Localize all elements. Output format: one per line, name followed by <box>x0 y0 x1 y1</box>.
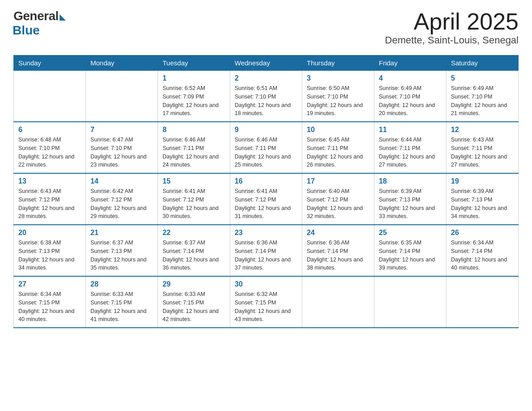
day-number: 13 <box>18 177 81 185</box>
day-number: 30 <box>235 280 297 288</box>
day-info: Sunrise: 6:44 AMSunset: 7:11 PMDaylight:… <box>379 136 442 169</box>
calendar-day-header: Thursday <box>302 56 374 71</box>
calendar-cell: 3Sunrise: 6:50 AMSunset: 7:10 PMDaylight… <box>302 71 374 122</box>
day-info: Sunrise: 6:34 AMSunset: 7:15 PMDaylight:… <box>18 290 81 324</box>
calendar-day-header: Sunday <box>14 56 86 71</box>
calendar-cell <box>374 276 446 328</box>
day-number: 26 <box>451 229 514 237</box>
day-number: 17 <box>307 177 369 185</box>
calendar-cell: 28Sunrise: 6:33 AMSunset: 7:15 PMDayligh… <box>86 276 158 328</box>
day-info: Sunrise: 6:42 AMSunset: 7:12 PMDaylight:… <box>90 187 153 221</box>
day-info: Sunrise: 6:33 AMSunset: 7:15 PMDaylight:… <box>163 290 225 324</box>
calendar-cell: 11Sunrise: 6:44 AMSunset: 7:11 PMDayligh… <box>374 122 446 173</box>
calendar-cell: 25Sunrise: 6:35 AMSunset: 7:14 PMDayligh… <box>374 225 446 276</box>
day-info: Sunrise: 6:37 AMSunset: 7:13 PMDaylight:… <box>90 239 153 272</box>
calendar-cell: 5Sunrise: 6:49 AMSunset: 7:10 PMDaylight… <box>446 71 519 122</box>
day-number: 20 <box>18 229 81 237</box>
calendar-cell: 23Sunrise: 6:36 AMSunset: 7:14 PMDayligh… <box>230 225 302 276</box>
logo: General Blue <box>13 9 66 38</box>
day-info: Sunrise: 6:41 AMSunset: 7:12 PMDaylight:… <box>235 187 297 221</box>
day-info: Sunrise: 6:35 AMSunset: 7:14 PMDaylight:… <box>379 239 442 272</box>
calendar-cell: 27Sunrise: 6:34 AMSunset: 7:15 PMDayligh… <box>14 276 86 328</box>
calendar-cell <box>14 71 86 122</box>
calendar-week-row: 6Sunrise: 6:48 AMSunset: 7:10 PMDaylight… <box>14 122 519 173</box>
calendar-cell: 15Sunrise: 6:41 AMSunset: 7:12 PMDayligh… <box>158 173 230 225</box>
calendar-cell <box>86 71 158 122</box>
day-number: 14 <box>90 177 153 185</box>
day-number: 19 <box>451 177 514 185</box>
calendar-day-header: Friday <box>374 56 446 71</box>
calendar-day-header: Wednesday <box>230 56 302 71</box>
day-info: Sunrise: 6:37 AMSunset: 7:14 PMDaylight:… <box>163 239 225 272</box>
day-info: Sunrise: 6:46 AMSunset: 7:11 PMDaylight:… <box>163 136 225 169</box>
calendar-cell: 29Sunrise: 6:33 AMSunset: 7:15 PMDayligh… <box>158 276 230 328</box>
day-number: 28 <box>90 280 153 288</box>
day-info: Sunrise: 6:47 AMSunset: 7:10 PMDaylight:… <box>90 136 153 169</box>
day-number: 9 <box>235 126 297 134</box>
calendar-cell: 10Sunrise: 6:45 AMSunset: 7:11 PMDayligh… <box>302 122 374 173</box>
day-info: Sunrise: 6:50 AMSunset: 7:10 PMDaylight:… <box>307 84 369 118</box>
day-number: 5 <box>451 74 514 82</box>
calendar-cell: 7Sunrise: 6:47 AMSunset: 7:10 PMDaylight… <box>86 122 158 173</box>
calendar-header-row: SundayMondayTuesdayWednesdayThursdayFrid… <box>14 56 519 71</box>
day-number: 10 <box>307 126 369 134</box>
calendar-week-row: 20Sunrise: 6:38 AMSunset: 7:13 PMDayligh… <box>14 225 519 276</box>
day-info: Sunrise: 6:32 AMSunset: 7:15 PMDaylight:… <box>235 290 297 324</box>
day-number: 15 <box>163 177 225 185</box>
day-info: Sunrise: 6:49 AMSunset: 7:10 PMDaylight:… <box>451 84 514 118</box>
day-info: Sunrise: 6:36 AMSunset: 7:14 PMDaylight:… <box>235 239 297 272</box>
day-number: 11 <box>379 126 442 134</box>
day-number: 23 <box>235 229 297 237</box>
calendar-cell: 14Sunrise: 6:42 AMSunset: 7:12 PMDayligh… <box>86 173 158 225</box>
calendar-cell: 1Sunrise: 6:52 AMSunset: 7:09 PMDaylight… <box>158 71 230 122</box>
day-number: 8 <box>163 126 225 134</box>
day-info: Sunrise: 6:39 AMSunset: 7:13 PMDaylight:… <box>379 187 442 221</box>
day-number: 18 <box>379 177 442 185</box>
day-number: 24 <box>307 229 369 237</box>
calendar-cell <box>446 276 519 328</box>
day-info: Sunrise: 6:46 AMSunset: 7:11 PMDaylight:… <box>235 136 297 169</box>
calendar-cell: 26Sunrise: 6:34 AMSunset: 7:14 PMDayligh… <box>446 225 519 276</box>
day-info: Sunrise: 6:49 AMSunset: 7:10 PMDaylight:… <box>379 84 442 118</box>
calendar-cell: 16Sunrise: 6:41 AMSunset: 7:12 PMDayligh… <box>230 173 302 225</box>
logo-arrow-icon <box>60 14 66 21</box>
calendar-week-row: 13Sunrise: 6:43 AMSunset: 7:12 PMDayligh… <box>14 173 519 225</box>
day-number: 27 <box>18 280 81 288</box>
day-number: 21 <box>90 229 153 237</box>
day-number: 3 <box>307 74 369 82</box>
calendar-cell: 4Sunrise: 6:49 AMSunset: 7:10 PMDaylight… <box>374 71 446 122</box>
calendar-subtitle: Demette, Saint-Louis, Senegal <box>385 34 519 46</box>
day-number: 2 <box>235 74 297 82</box>
day-number: 16 <box>235 177 297 185</box>
calendar-week-row: 27Sunrise: 6:34 AMSunset: 7:15 PMDayligh… <box>14 276 519 328</box>
calendar-week-row: 1Sunrise: 6:52 AMSunset: 7:09 PMDaylight… <box>14 71 519 122</box>
day-info: Sunrise: 6:39 AMSunset: 7:13 PMDaylight:… <box>451 187 514 221</box>
day-number: 25 <box>379 229 442 237</box>
day-info: Sunrise: 6:33 AMSunset: 7:15 PMDaylight:… <box>90 290 153 324</box>
day-info: Sunrise: 6:36 AMSunset: 7:14 PMDaylight:… <box>307 239 369 272</box>
calendar-cell <box>302 276 374 328</box>
calendar-cell: 8Sunrise: 6:46 AMSunset: 7:11 PMDaylight… <box>158 122 230 173</box>
calendar-cell: 12Sunrise: 6:43 AMSunset: 7:11 PMDayligh… <box>446 122 519 173</box>
page-header: General Blue April 2025 Demette, Saint-L… <box>13 9 519 46</box>
logo-blue-text: Blue <box>13 23 40 38</box>
logo-general-text: General <box>13 9 59 23</box>
calendar-cell: 17Sunrise: 6:40 AMSunset: 7:12 PMDayligh… <box>302 173 374 225</box>
calendar-cell: 30Sunrise: 6:32 AMSunset: 7:15 PMDayligh… <box>230 276 302 328</box>
day-number: 29 <box>163 280 225 288</box>
calendar-cell: 24Sunrise: 6:36 AMSunset: 7:14 PMDayligh… <box>302 225 374 276</box>
calendar-day-header: Monday <box>86 56 158 71</box>
day-info: Sunrise: 6:41 AMSunset: 7:12 PMDaylight:… <box>163 187 225 221</box>
calendar-cell: 20Sunrise: 6:38 AMSunset: 7:13 PMDayligh… <box>14 225 86 276</box>
calendar-title: April 2025 <box>385 9 519 34</box>
calendar-cell: 6Sunrise: 6:48 AMSunset: 7:10 PMDaylight… <box>14 122 86 173</box>
day-info: Sunrise: 6:52 AMSunset: 7:09 PMDaylight:… <box>163 84 225 118</box>
calendar-day-header: Saturday <box>446 56 519 71</box>
day-info: Sunrise: 6:45 AMSunset: 7:11 PMDaylight:… <box>307 136 369 169</box>
day-number: 6 <box>18 126 81 134</box>
day-number: 12 <box>451 126 514 134</box>
day-number: 1 <box>163 74 225 82</box>
calendar-cell: 21Sunrise: 6:37 AMSunset: 7:13 PMDayligh… <box>86 225 158 276</box>
calendar-cell: 13Sunrise: 6:43 AMSunset: 7:12 PMDayligh… <box>14 173 86 225</box>
calendar-table: SundayMondayTuesdayWednesdayThursdayFrid… <box>13 55 519 328</box>
